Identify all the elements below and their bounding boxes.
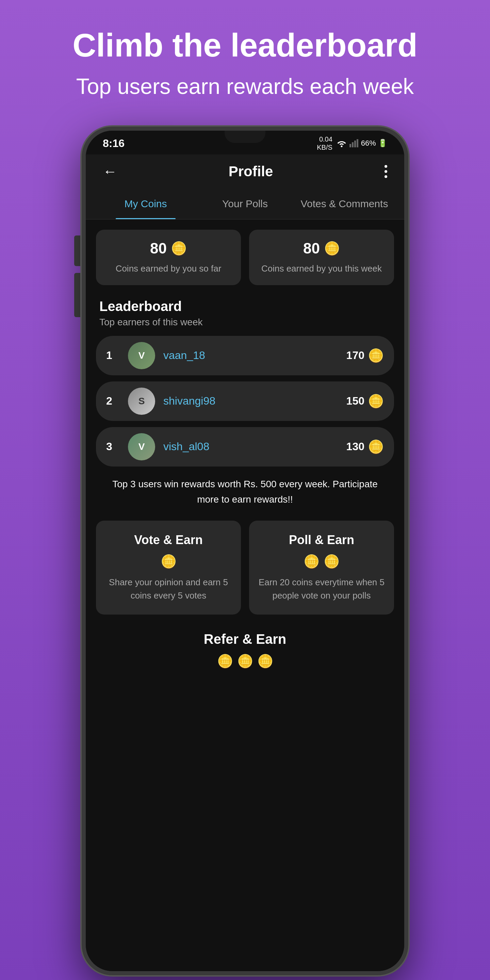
- weekly-coins-value: 80: [303, 240, 320, 257]
- reward-info: Top 3 users win rewards worth Rs. 500 ev…: [86, 466, 404, 517]
- tab-your-polls[interactable]: Your Polls: [195, 189, 295, 219]
- vote-earn-coins: 🪙: [104, 554, 233, 569]
- volume-down-button: [74, 273, 80, 317]
- svg-point-0: [340, 146, 342, 147]
- dot1: [385, 165, 387, 168]
- username-vishal08[interactable]: vish_al08: [163, 440, 338, 453]
- dot2: [385, 170, 387, 173]
- avatar-vishal08: V: [128, 433, 155, 460]
- weekly-coins-amount-row: 80 🪙: [259, 240, 384, 257]
- weekly-coins-label: Coins earned by you this week: [259, 262, 384, 275]
- status-icons: 66% 🔋: [337, 139, 387, 148]
- volume-up-button: [74, 235, 80, 266]
- score-row-3: 130 🪙: [347, 439, 384, 454]
- weekly-coins-card: 80 🪙 Coins earned by you this week: [249, 230, 394, 285]
- refer-earn-section: Refer & Earn 🪙 🪙 🪙: [86, 625, 404, 682]
- total-coins-card: 80 🪙 Coins earned by you so far: [96, 230, 241, 285]
- refer-earn-title: Refer & Earn: [96, 632, 394, 647]
- poll-coin-icon-1: 🪙: [304, 554, 320, 569]
- wifi-icon: [337, 139, 347, 147]
- tab-my-coins[interactable]: My Coins: [96, 189, 195, 219]
- dot3: [385, 175, 387, 178]
- left-side-buttons: [74, 235, 80, 317]
- vote-earn-card: Vote & Earn 🪙 Share your opinion and ear…: [96, 520, 241, 614]
- earn-grid: Vote & Earn 🪙 Share your opinion and ear…: [86, 517, 404, 625]
- score-row-2: 150 🪙: [347, 394, 384, 409]
- tab-votes-comments[interactable]: Votes & Comments: [295, 189, 394, 219]
- svg-rect-2: [352, 142, 353, 147]
- hero-subtitle: Top users earn rewards each week: [21, 73, 469, 100]
- poll-earn-title: Poll & Earn: [257, 533, 386, 547]
- vote-earn-description: Share your opinion and earn 5 coins ever…: [104, 576, 233, 602]
- rank-2: 2: [106, 395, 120, 407]
- poll-earn-coins: 🪙 🪙: [257, 554, 386, 569]
- coins-grid: 80 🪙 Coins earned by you so far 80 🪙 Coi…: [86, 220, 404, 295]
- refer-coin-icon-3: 🪙: [257, 654, 273, 669]
- data-speed: 0.04 KB/S: [317, 135, 332, 151]
- score-row-1: 170 🪙: [347, 348, 384, 363]
- score-vaan18: 170: [347, 349, 364, 362]
- weekly-coins-icon: 🪙: [324, 241, 340, 256]
- leaderboard-row-3: 3 V vish_al08 130 🪙: [96, 427, 394, 466]
- signal-icon: [350, 139, 358, 147]
- battery-indicator: 66% 🔋: [361, 139, 387, 148]
- status-time: 8:16: [103, 137, 124, 150]
- rank-1: 1: [106, 349, 120, 362]
- vote-coin-icon: 🪙: [161, 554, 177, 569]
- page-title: Profile: [229, 163, 273, 180]
- more-options-button[interactable]: [385, 165, 387, 178]
- phone-notch: [224, 130, 266, 143]
- total-coins-icon: 🪙: [171, 241, 187, 256]
- tabs-container: My Coins Your Polls Votes & Comments: [86, 189, 404, 220]
- vote-earn-title: Vote & Earn: [104, 533, 233, 547]
- status-right: 0.04 KB/S: [317, 135, 387, 151]
- rank-3: 3: [106, 440, 120, 453]
- leaderboard-row-2: 2 S shivangi98 150 🪙: [96, 382, 394, 421]
- hero-section: Climb the leaderboard Top users earn rew…: [0, 0, 490, 120]
- app-header: ← Profile: [86, 154, 404, 189]
- poll-earn-card: Poll & Earn 🪙 🪙 Earn 20 coins everytime …: [249, 520, 394, 614]
- phone-wrapper: 8:16 0.04 KB/S: [82, 127, 408, 975]
- svg-rect-3: [354, 140, 356, 147]
- refer-coin-icon-2: 🪙: [237, 654, 253, 669]
- poll-coin-icon-2: 🪙: [324, 554, 340, 569]
- refer-coins-row: 🪙 🪙 🪙: [96, 654, 394, 669]
- app-content: ← Profile My Coins Your Polls Votes: [86, 154, 404, 971]
- leaderboard-container: 1 V vaan_18 170 🪙 2 S shivangi98 150 🪙: [86, 336, 404, 466]
- avatar-shivangi98: S: [128, 388, 155, 415]
- score-vishal08: 130: [347, 440, 364, 453]
- leaderboard-title: Leaderboard: [86, 295, 404, 317]
- refer-coin-icon-1: 🪙: [217, 654, 233, 669]
- avatar-vaan18: V: [128, 342, 155, 369]
- back-button[interactable]: ←: [103, 163, 117, 180]
- username-vaan18[interactable]: vaan_18: [163, 349, 338, 362]
- username-shivangi98[interactable]: shivangi98: [163, 395, 338, 407]
- total-coins-label: Coins earned by you so far: [106, 262, 231, 275]
- poll-earn-description: Earn 20 coins everytime when 5 people vo…: [257, 576, 386, 602]
- hero-title: Climb the leaderboard: [21, 27, 469, 63]
- coin-icon-2: 🪙: [368, 394, 384, 409]
- total-coins-value: 80: [150, 240, 167, 257]
- coin-icon-3: 🪙: [368, 439, 384, 454]
- leaderboard-subtitle: Top earners of this week: [86, 317, 404, 336]
- svg-rect-1: [350, 144, 351, 147]
- coin-icon-1: 🪙: [368, 348, 384, 363]
- total-coins-amount-row: 80 🪙: [106, 240, 231, 257]
- leaderboard-row-1: 1 V vaan_18 170 🪙: [96, 336, 394, 375]
- phone-frame: 8:16 0.04 KB/S: [82, 127, 408, 975]
- svg-rect-4: [356, 139, 358, 147]
- score-shivangi98: 150: [347, 395, 364, 407]
